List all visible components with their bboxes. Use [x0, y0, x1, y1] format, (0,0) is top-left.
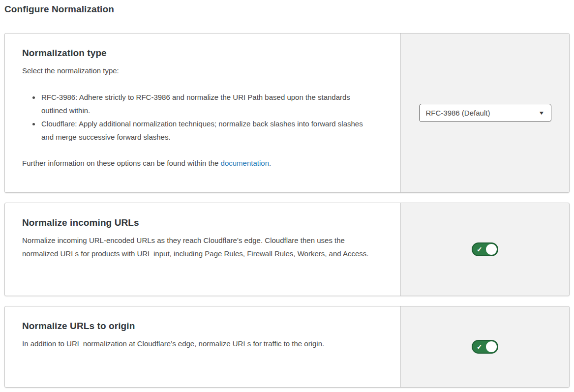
settings-cards: Normalization type Select the normalizat…	[4, 33, 570, 388]
footer-text-prefix: Further information on these options can…	[22, 159, 221, 167]
card-heading: Normalize incoming URLs	[22, 217, 383, 228]
checkmark-icon: ✓	[477, 343, 483, 350]
toggle-knob	[486, 341, 497, 352]
card-normalize-urls-to-origin-content: Normalize URLs to origin In addition to …	[5, 306, 400, 387]
configure-normalization-page: Configure Normalization Normalization ty…	[0, 0, 574, 392]
normalization-type-select-value: RFC-3986 (Default)	[426, 109, 490, 117]
card-heading: Normalization type	[22, 48, 383, 59]
card-footer-text: Further information on these options can…	[22, 156, 383, 170]
caret-down-icon: ▼	[538, 111, 544, 116]
card-normalization-type-side-panel: RFC-3986 (Default) ▼	[400, 33, 569, 192]
toggle-knob	[486, 244, 497, 255]
card-normalization-type: Normalization type Select the normalizat…	[4, 33, 570, 193]
card-normalize-incoming-urls-side-panel: ✓	[400, 203, 569, 296]
checkmark-icon: ✓	[477, 246, 483, 253]
page-title: Configure Normalization	[4, 4, 570, 15]
list-item-cloudflare: Cloudflare: Apply additional normalizati…	[40, 117, 366, 144]
card-intro-text: Select the normalization type:	[22, 64, 382, 77]
footer-text-suffix: .	[269, 159, 271, 167]
card-body-text: In addition to URL normalization at Clou…	[22, 337, 382, 350]
card-heading: Normalize URLs to origin	[22, 321, 383, 332]
documentation-link[interactable]: documentation	[221, 159, 269, 167]
list-item-rfc3986: RFC-3986: Adhere strictly to RFC-3986 an…	[40, 90, 366, 117]
card-normalization-type-content: Normalization type Select the normalizat…	[5, 33, 400, 192]
normalization-options-list: RFC-3986: Adhere strictly to RFC-3986 an…	[22, 90, 366, 144]
normalize-incoming-urls-toggle[interactable]: ✓	[472, 242, 498, 256]
card-normalize-incoming-urls-content: Normalize incoming URLs Normalize incomi…	[5, 203, 400, 296]
card-normalize-incoming-urls: Normalize incoming URLs Normalize incomi…	[4, 203, 570, 296]
card-body-text: Normalize incoming URL-encoded URLs as t…	[22, 234, 382, 260]
card-normalize-urls-to-origin: Normalize URLs to origin In addition to …	[4, 306, 570, 388]
normalize-urls-to-origin-toggle[interactable]: ✓	[472, 340, 498, 354]
normalization-type-select[interactable]: RFC-3986 (Default) ▼	[419, 104, 551, 122]
card-normalize-urls-to-origin-side-panel: ✓	[400, 306, 569, 387]
